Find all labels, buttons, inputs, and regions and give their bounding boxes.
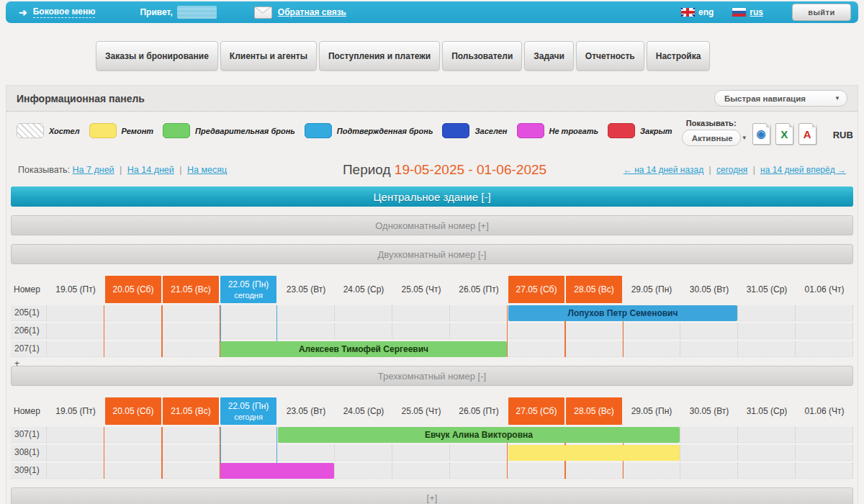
calendar-cell[interactable] (450, 305, 508, 321)
calendar-cell[interactable] (392, 463, 450, 479)
nav-tab[interactable]: Заказы и бронирование (96, 41, 218, 71)
calendar-cell[interactable] (47, 463, 104, 479)
calendar-cell[interactable] (796, 323, 853, 339)
lang-rus[interactable]: rus (750, 7, 763, 17)
calendar-cell[interactable] (277, 305, 335, 321)
category-header[interactable]: Однокомнатный номер [+] (11, 215, 853, 235)
category-header[interactable]: [+] (11, 487, 853, 504)
uk-flag-icon[interactable] (681, 8, 695, 17)
calendar-cell[interactable] (680, 463, 738, 479)
calendar-cell[interactable] (162, 305, 220, 321)
calendar-cell[interactable] (738, 445, 796, 461)
status-filter-select[interactable]: Активные ▼ (682, 130, 741, 146)
calendar-cell[interactable] (450, 463, 508, 479)
calendar-cell[interactable] (335, 323, 392, 339)
side-menu-link[interactable]: Боковое меню (33, 6, 96, 18)
calendar-cell[interactable] (450, 445, 508, 461)
calendar-cell[interactable] (277, 323, 335, 339)
calendar-cell[interactable] (47, 305, 104, 321)
calendar-cell[interactable] (162, 341, 220, 357)
calendar-cell[interactable] (738, 305, 796, 321)
pdf-export-icon[interactable]: A (798, 123, 816, 145)
calendar-cell[interactable] (738, 427, 796, 443)
calendar-cell[interactable] (47, 445, 104, 461)
calendar-cell[interactable] (680, 427, 738, 443)
feedback-link[interactable]: Обратная связь (278, 7, 346, 17)
booking-bar[interactable] (220, 463, 334, 479)
nav-tab[interactable]: Настройка (647, 41, 711, 71)
calendar-cell[interactable] (277, 445, 335, 461)
calendar-cell[interactable] (680, 323, 738, 339)
nav-tab[interactable]: Поступления и платежи (319, 41, 440, 71)
calendar-cell[interactable] (47, 323, 104, 339)
calendar-cell[interactable] (738, 463, 796, 479)
calendar-cell[interactable] (335, 445, 392, 461)
calendar-cell[interactable] (796, 445, 853, 461)
building-header[interactable]: Центральное здание [-] (11, 186, 853, 207)
calendar-cell[interactable] (450, 323, 508, 339)
calendar-cell[interactable] (738, 323, 796, 339)
room-label[interactable]: 207(1) + (11, 341, 47, 357)
calendar-cell[interactable] (162, 445, 220, 461)
calendar-cell[interactable] (162, 463, 220, 479)
calendar-cell[interactable] (104, 305, 162, 321)
calendar-cell[interactable] (47, 427, 104, 443)
calendar-cell[interactable] (335, 463, 392, 479)
calendar-cell[interactable] (392, 445, 450, 461)
booking-bar[interactable]: Алексеев Тимофей Сергеевич (220, 341, 507, 357)
lang-eng[interactable]: eng (698, 7, 714, 17)
calendar-cell[interactable] (796, 427, 853, 443)
quick-nav-select[interactable]: Быстрая навигация ▼ (714, 90, 847, 107)
calendar-cell[interactable] (104, 341, 162, 357)
calendar-cell[interactable] (392, 323, 450, 339)
calendar-cell[interactable] (565, 463, 623, 479)
booking-bar[interactable]: Евчук Алина Викторовна (278, 427, 680, 443)
calendar-cell[interactable] (565, 323, 623, 339)
nav-tab[interactable]: Клиенты и агенты (220, 41, 317, 71)
calendar-cell[interactable] (623, 341, 680, 357)
calendar-cell[interactable] (104, 463, 162, 479)
calendar-cell[interactable] (680, 341, 738, 357)
room-label[interactable]: 205(1) + (11, 305, 47, 321)
calendar-cell[interactable] (162, 323, 220, 339)
calendar-cell[interactable] (508, 323, 565, 339)
range-7-days-link[interactable]: На 7 дней (73, 165, 114, 175)
booking-bar[interactable]: Лопухов Петр Семенович (508, 305, 737, 321)
calendar-cell[interactable] (565, 341, 623, 357)
html-export-icon[interactable]: ◉ (752, 123, 770, 145)
range-month-link[interactable]: На месяц (187, 165, 227, 175)
calendar-cell[interactable] (220, 323, 277, 339)
booking-bar[interactable] (508, 445, 680, 461)
calendar-cell[interactable] (796, 305, 853, 321)
calendar-cell[interactable] (508, 463, 565, 479)
calendar-cell[interactable] (47, 341, 104, 357)
period-today-link[interactable]: сегодня (716, 165, 747, 175)
ru-flag-icon[interactable] (732, 8, 746, 17)
room-label[interactable]: 206(1) + (11, 323, 47, 339)
calendar-cell[interactable] (104, 427, 162, 443)
calendar-cell[interactable] (623, 463, 680, 479)
excel-export-icon[interactable]: X (775, 123, 793, 145)
range-14-days-link[interactable]: На 14 дней (127, 165, 174, 175)
calendar-cell[interactable] (738, 341, 796, 357)
nav-tab[interactable]: Пользователи (442, 41, 522, 71)
calendar-cell[interactable] (680, 445, 738, 461)
calendar-cell[interactable] (796, 463, 853, 479)
calendar-cell[interactable] (220, 305, 277, 321)
period-back-link[interactable]: ← на 14 дней назад (624, 165, 703, 175)
calendar-cell[interactable] (220, 427, 277, 443)
category-header[interactable]: Двухкомнатный номер [-] (11, 244, 853, 264)
calendar-cell[interactable] (796, 341, 853, 357)
calendar-cell[interactable] (392, 305, 450, 321)
calendar-cell[interactable] (220, 445, 277, 461)
calendar-cell[interactable] (104, 323, 162, 339)
calendar-cell[interactable] (104, 445, 162, 461)
calendar-cell[interactable] (335, 305, 392, 321)
calendar-cell[interactable] (508, 341, 565, 357)
calendar-cell[interactable] (623, 323, 680, 339)
nav-tab[interactable]: Задачи (524, 41, 574, 71)
category-header[interactable]: Трехкомнатный номер [-] (11, 366, 853, 386)
nav-tab[interactable]: Отчетность (576, 41, 644, 71)
period-forward-link[interactable]: на 14 дней вперёд → (760, 165, 846, 175)
logout-button[interactable]: выйти (792, 4, 851, 21)
